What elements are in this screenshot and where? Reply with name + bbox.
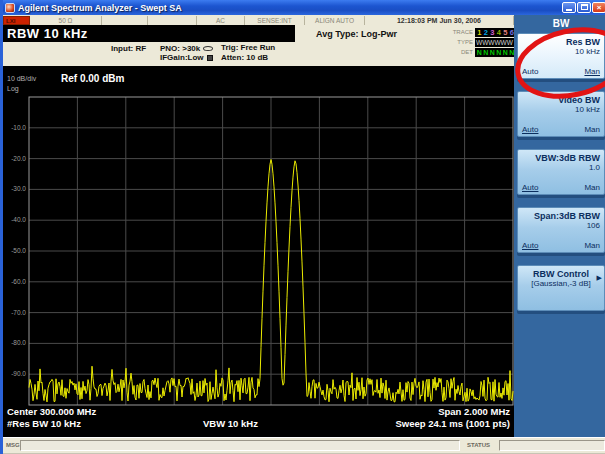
ifgain-icon <box>207 55 213 61</box>
log-label: Log <box>7 85 19 92</box>
atten-annotation: Atten: 10 dB <box>221 53 268 62</box>
status-impedance: 50 Ω <box>30 16 102 25</box>
menu-title: BW <box>514 15 605 29</box>
submenu-arrow-icon: ▶ <box>597 274 602 282</box>
y-axis-label: -50.0 <box>3 247 26 254</box>
span-rbw-auto[interactable]: Auto <box>522 241 538 250</box>
sweep-annotation: Sweep 24.1 ms (1001 pts) <box>395 418 510 429</box>
status-empty-2 <box>148 16 197 25</box>
span-rbw-man[interactable]: Man <box>584 241 600 250</box>
softkey-span-3db-rbw[interactable]: Span:3dB RBW 106 Auto Man <box>517 207 605 253</box>
y-axis-label: -90.0 <box>3 370 26 377</box>
msg-label: MSG <box>6 442 20 448</box>
ifgain-annotation: IFGain:Low <box>160 53 213 62</box>
det-label: DET <box>431 49 475 55</box>
active-function-readout: RBW 10 kHz <box>3 25 295 42</box>
trace-register-block: TRACE 123456 TYPE WWWWWW DET NNNNNN <box>431 27 516 57</box>
message-status-bar: MSG STATUS <box>3 437 605 454</box>
app-icon <box>5 3 15 13</box>
status-coupling: AC <box>197 16 245 25</box>
softkey-menu: BW Res BW 10 kHz Auto Man Video BW 10 kH… <box>514 15 605 437</box>
type-label: TYPE <box>431 39 475 45</box>
trace-numbers: 123456 <box>475 28 516 37</box>
pno-annotation: PNO: >30k <box>160 44 213 53</box>
window-title: Agilent Spectrum Analyzer - Swept SA <box>18 3 182 13</box>
y-axis-label: -70.0 <box>3 309 26 316</box>
softkey-vbw-3db-rbw[interactable]: VBW:3dB RBW 1.0 Auto Man <box>517 149 605 195</box>
status-sense: SENSE:INT <box>245 16 305 25</box>
y-axis-label: -30.0 <box>3 185 26 192</box>
input-annotation: Input: RF <box>111 44 146 53</box>
maximize-button[interactable] <box>577 2 591 13</box>
y-axis-label: -60.0 <box>3 278 26 285</box>
status-field <box>499 440 605 451</box>
trace-label: TRACE <box>431 29 475 35</box>
minimize-button[interactable] <box>562 2 576 13</box>
detector-glyphs: NNNNNN <box>475 48 516 57</box>
softkey-res-bw[interactable]: Res BW 10 kHz Auto Man <box>517 33 605 79</box>
softkey-rbw-control[interactable]: RBW Control [Gaussian,-3 dB] ▶ <box>517 265 605 311</box>
spectrum-display: 10 dB/div Log Ref 0.00 dBm -10.0-20.0-30… <box>3 66 514 437</box>
y-axis-label: -20.0 <box>3 155 26 162</box>
center-freq-annotation: Center 300.000 MHz <box>7 406 96 417</box>
video-bw-auto[interactable]: Auto <box>522 125 538 134</box>
vbw-rbw-auto[interactable]: Auto <box>522 183 538 192</box>
trigger-annotation: Trig: Free Run <box>221 43 275 52</box>
y-axis-label: -40.0 <box>3 216 26 223</box>
trace-type-glyphs: WWWWWW <box>475 38 516 47</box>
span-annotation: Span 2.000 MHz <box>438 406 510 417</box>
status-label: STATUS <box>467 442 490 448</box>
status-datetime: 12:18:03 PM Jun 30, 2006 <box>365 16 514 25</box>
video-bw-man[interactable]: Man <box>584 125 600 134</box>
y-axis-label: -80.0 <box>3 339 26 346</box>
status-bar: LXI 50 Ω AC SENSE:INT ALIGN AUTO 12:18:0… <box>3 16 514 25</box>
spectrum-plot <box>3 66 514 437</box>
avg-type-annotation: Avg Type: Log-Pwr <box>316 29 397 39</box>
res-bw-annotation: #Res BW 10 kHz <box>7 418 81 429</box>
lxi-badge: LXI <box>3 16 30 25</box>
title-bar: Agilent Spectrum Analyzer - Swept SA × <box>3 0 605 15</box>
pno-loop-icon <box>203 46 213 51</box>
ref-level-label: Ref 0.00 dBm <box>61 73 124 84</box>
status-empty-1 <box>102 16 148 25</box>
app-window: Agilent Spectrum Analyzer - Swept SA × L… <box>0 0 605 454</box>
vbw-annotation: VBW 10 kHz <box>203 418 258 429</box>
msg-field <box>20 440 460 451</box>
vbw-rbw-man[interactable]: Man <box>584 183 600 192</box>
res-bw-man[interactable]: Man <box>584 67 600 76</box>
res-bw-auto[interactable]: Auto <box>522 67 538 76</box>
close-button[interactable]: × <box>592 2 605 13</box>
y-axis-label: -10.0 <box>3 124 26 131</box>
softkey-video-bw[interactable]: Video BW 10 kHz Auto Man <box>517 91 605 137</box>
scale-label: 10 dB/div <box>7 75 36 82</box>
status-align: ALIGN AUTO <box>305 16 365 25</box>
